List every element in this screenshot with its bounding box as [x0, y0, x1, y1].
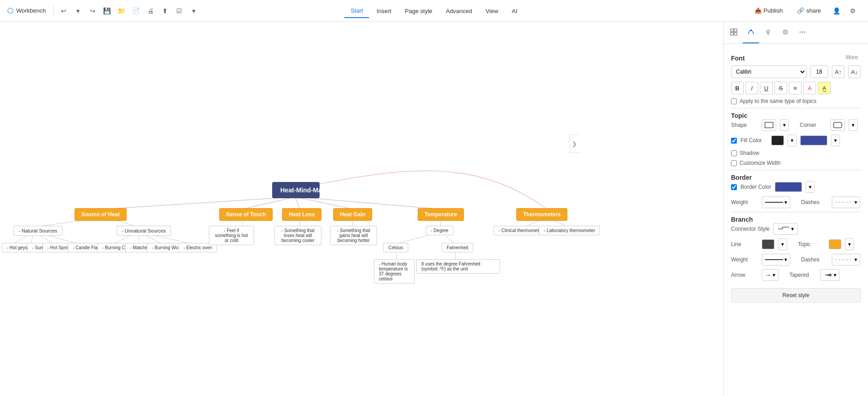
panel-tab-location[interactable] [760, 22, 776, 43]
menu-ai[interactable]: AI [505, 4, 524, 18]
line-label: Line [731, 241, 758, 247]
fill-color-value-dropdown[interactable]: ▾ [831, 135, 840, 146]
topic-temperature[interactable]: Temperature [418, 208, 464, 221]
open-button[interactable]: 📁 [115, 5, 128, 17]
sub-degree[interactable]: - Degree [426, 226, 453, 235]
sub-laboratory-thermometer[interactable]: - Laboratory thermometer [539, 226, 600, 235]
branch-dashes-dropdown[interactable]: ▾ [832, 254, 860, 266]
line-color-swatch[interactable] [762, 239, 774, 249]
sub-celsius-desc[interactable]: - Human body temperature is 37 degrees c… [374, 259, 415, 284]
sub-feel-hot-cold[interactable]: - Feel if something is hot or cold [209, 226, 254, 245]
reset-style-button[interactable]: Reset style [731, 288, 861, 303]
menu-view[interactable]: View [479, 4, 505, 18]
menu-insert[interactable]: Insert [370, 4, 398, 18]
align-button[interactable]: ≡ [789, 82, 802, 94]
panel-tab-properties[interactable] [726, 22, 742, 43]
central-node-label: Heat-Mind-Map [280, 186, 326, 194]
central-node[interactable]: Heat-Mind-Map [272, 182, 320, 198]
fill-color-swatch-blue[interactable] [800, 135, 827, 145]
divider-3 [731, 212, 861, 212]
topic-section-title: Topic [731, 112, 747, 119]
panel-toggle-button[interactable]: ❯ [570, 135, 579, 153]
undo-button[interactable]: ↩ [57, 5, 70, 17]
redo-button[interactable]: ↪ [86, 5, 99, 17]
fill-color-dropdown-button[interactable]: ▾ [788, 135, 797, 146]
font-increase-button[interactable]: A↑ [832, 65, 844, 78]
panel-tab-settings[interactable] [777, 22, 793, 43]
canvas-area[interactable]: Heat-Mind-Map Source of Heat Sense of To… [0, 22, 723, 396]
publish-button[interactable]: 📤 Publish [749, 5, 788, 16]
checkbox-button[interactable]: ☑ [173, 5, 186, 17]
branch-topic-color-swatch[interactable] [829, 239, 841, 249]
italic-button[interactable]: I [745, 82, 758, 94]
line-color-dropdown[interactable]: ▾ [778, 238, 787, 250]
border-color-dropdown[interactable]: ▾ [806, 181, 815, 193]
border-weight-row: Weight ▾ Dashes ▾ [731, 196, 861, 208]
panel-tab-style[interactable] [743, 22, 759, 43]
export-button[interactable]: ⬆ [159, 5, 171, 17]
undo-dropdown-button[interactable]: ▾ [72, 5, 85, 17]
font-family-select[interactable]: Calibri [731, 65, 807, 78]
bold-button[interactable]: B [731, 82, 744, 94]
highlight-color-button[interactable]: A̲ [818, 82, 830, 94]
arrow-dropdown[interactable]: →▾ [762, 269, 778, 281]
corner-dropdown-button[interactable]: ▾ [849, 119, 858, 131]
sub-celsius[interactable]: Celsius [383, 243, 408, 252]
customize-width-checkbox[interactable] [731, 160, 737, 166]
border-color-row: Border Color ▾ [731, 181, 861, 193]
dashes-dropdown[interactable]: ▾ [832, 196, 860, 208]
font-more-button[interactable]: More [843, 53, 861, 61]
arrow-line-preview: → [765, 271, 771, 279]
menu-advanced[interactable]: Advanced [439, 4, 478, 18]
panel-content: Font More Calibri A↑ A↓ B I U S ≡ A A̲ [724, 44, 868, 308]
underline-button[interactable]: U [760, 82, 773, 94]
italic-label: I [751, 85, 753, 92]
settings-button[interactable]: ⚙ [846, 5, 859, 17]
customize-width-row: Customize Width [731, 160, 861, 166]
sub-natural-sources[interactable]: - Natural Sources [14, 226, 62, 236]
extra-button[interactable]: ▾ [188, 5, 200, 17]
menu-page-style[interactable]: Page style [399, 4, 439, 18]
new-button[interactable]: 📄 [130, 5, 142, 17]
menu-start[interactable]: Start [344, 4, 369, 18]
share-button[interactable]: 🔗 share [792, 5, 826, 16]
sub-fahrenheit-desc[interactable]: It uses the degree Fahrenheit (symbol: °… [416, 259, 500, 274]
shape-button[interactable] [762, 119, 776, 131]
font-size-input[interactable] [810, 65, 828, 78]
sub-unnatural-sources[interactable]: - Unnatural Sources [117, 226, 171, 236]
font-decrease-button[interactable]: A↓ [848, 65, 861, 78]
save-button[interactable]: 💾 [101, 5, 113, 17]
branch-topic-color-dropdown[interactable]: ▾ [845, 238, 854, 250]
topic-label: Sense of Touch [226, 211, 266, 218]
account-button[interactable]: 👤 [830, 5, 843, 17]
border-color-swatch[interactable] [775, 182, 802, 192]
shape-dropdown-button[interactable]: ▾ [780, 119, 789, 131]
svg-line-1 [243, 197, 295, 209]
font-color-button[interactable]: A [803, 82, 816, 94]
fill-color-checkbox[interactable] [731, 138, 737, 144]
connector-style-dropdown[interactable]: ▾ [773, 223, 798, 235]
topic-heat-loss[interactable]: Heat Loss [282, 208, 321, 221]
font-row: Calibri A↑ A↓ [731, 65, 861, 78]
panel-tab-more[interactable] [794, 22, 811, 43]
topic-thermometers[interactable]: Thermometers [516, 208, 567, 221]
branch-weight-dropdown[interactable]: ▾ [762, 254, 790, 266]
topic-source-heat[interactable]: Source of Heat [75, 208, 127, 221]
shadow-checkbox[interactable] [731, 150, 737, 156]
border-color-checkbox[interactable] [731, 184, 737, 190]
branch-line-row: Line ▾ Topic ▾ [731, 238, 861, 250]
print-button[interactable]: 🖨 [144, 5, 157, 17]
sub-fahrenheit[interactable]: Fahrenheit [442, 243, 473, 252]
sub-heat-loss-desc[interactable]: - Something that loses heat will becomin… [274, 226, 321, 245]
app-icon: ⬡ [7, 6, 14, 15]
sub-heat-gain-desc[interactable]: - Something that gains heat will becomin… [330, 226, 377, 245]
topic-heat-gain[interactable]: Heat Gain [333, 208, 372, 221]
fill-color-swatch-black[interactable] [771, 135, 784, 145]
apply-same-checkbox[interactable] [731, 98, 737, 104]
strikethrough-button[interactable]: S [774, 82, 787, 94]
weight-dropdown[interactable]: ▾ [762, 196, 790, 208]
corner-button[interactable] [830, 119, 845, 131]
tapered-dropdown[interactable]: ▾ [820, 269, 840, 281]
toolbar-separator [53, 5, 54, 16]
topic-sense-touch[interactable]: Sense of Touch [219, 208, 273, 221]
